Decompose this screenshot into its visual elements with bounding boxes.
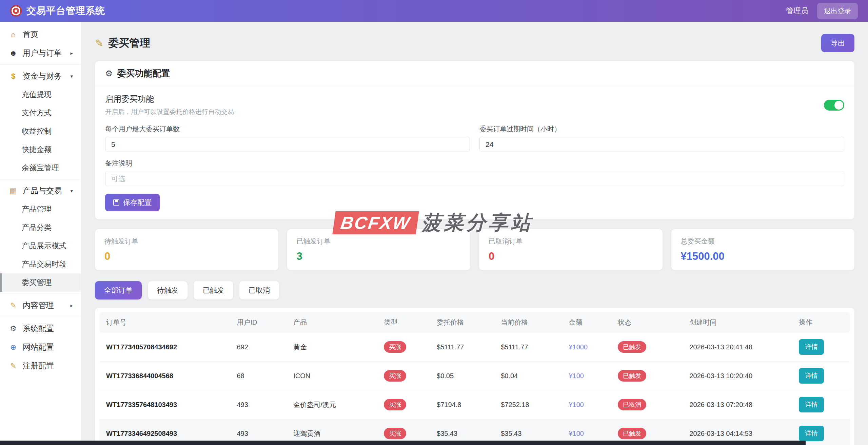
sidebar-item-payment-methods[interactable]: 支付方式 bbox=[0, 104, 81, 122]
stat-value: 3 bbox=[297, 250, 461, 263]
sidebar-item-quick-amounts[interactable]: 快捷金额 bbox=[0, 140, 81, 159]
enable-toggle-texts: 启用委买功能 开启后，用户可以设置委托价格进行自动交易 bbox=[105, 94, 234, 116]
sidebar-divider bbox=[0, 294, 81, 294]
max-orders-field-block: 每个用户最大委买订单数 bbox=[105, 124, 470, 152]
detail-button[interactable]: 详情 bbox=[799, 426, 824, 441]
type-badge: 买涨 bbox=[384, 428, 406, 439]
money-bag-icon: $ bbox=[8, 72, 18, 81]
type-badge: 买涨 bbox=[384, 341, 406, 353]
sidebar-item-users-orders[interactable]: ☻用户与订单▸ bbox=[0, 44, 81, 62]
column-header: 当前价格 bbox=[495, 312, 563, 333]
max-orders-input[interactable] bbox=[105, 137, 470, 152]
sidebar-divider bbox=[0, 179, 81, 179]
logout-button[interactable]: 退出登录 bbox=[817, 3, 858, 19]
sidebar-item-product-management[interactable]: 产品管理 bbox=[0, 200, 81, 218]
created-time-cell: 2026-03-13 07:20:48 bbox=[684, 390, 793, 419]
sidebar-item-product-categories[interactable]: 产品分类 bbox=[0, 218, 81, 237]
config-card-header: ⚙ 委买功能配置 bbox=[95, 61, 854, 86]
enable-toggle-row: 启用委买功能 开启后，用户可以设置委托价格进行自动交易 bbox=[105, 94, 844, 116]
tab-全部订单[interactable]: 全部订单 bbox=[95, 281, 142, 299]
created-time-cell: 2026-03-13 20:41:48 bbox=[684, 333, 793, 362]
sidebar-item-register-config[interactable]: ✎注册配置 bbox=[0, 356, 81, 375]
sidebar-item-label: 注册配置 bbox=[23, 361, 54, 371]
chevron-down-icon: ▾ bbox=[70, 188, 73, 194]
users-icon: ☻ bbox=[8, 49, 18, 58]
enable-toggle-description: 开启后，用户可以设置委托价格进行自动交易 bbox=[105, 108, 234, 116]
orders-table: 订单号用户ID产品类型委托价格当前价格金额状态创建时间操作 WT17734057… bbox=[99, 312, 850, 445]
config-card-body: 启用委买功能 开启后，用户可以设置委托价格进行自动交易 每个用户最大委买订单数 … bbox=[95, 86, 854, 219]
enable-toggle-label: 启用委买功能 bbox=[105, 94, 234, 104]
sidebar-item-recharge-withdraw[interactable]: 充值提现 bbox=[0, 85, 81, 104]
remark-field-block: 备注说明 bbox=[105, 159, 844, 186]
sidebar-divider bbox=[0, 64, 81, 65]
stat-label: 待触发订单 bbox=[104, 237, 269, 246]
brand: 交易平台管理系统 bbox=[10, 4, 105, 17]
detail-button[interactable]: 详情 bbox=[799, 368, 824, 384]
sidebar-item-home[interactable]: ⌂首页 bbox=[0, 25, 81, 44]
tab-待触发[interactable]: 待触发 bbox=[148, 281, 188, 299]
sidebar-divider bbox=[0, 317, 81, 317]
sidebar-item-label: 网站配置 bbox=[23, 342, 54, 352]
status-cell: 已触发 bbox=[612, 362, 684, 390]
tab-已取消[interactable]: 已取消 bbox=[239, 281, 279, 299]
sidebar-item-label: 产品分类 bbox=[22, 223, 52, 232]
sidebar-item-label: 产品展示模式 bbox=[22, 241, 66, 250]
entrust-price-cell: $5111.77 bbox=[431, 333, 495, 362]
stat-value: 0 bbox=[104, 250, 269, 263]
chevron-down-icon: ▾ bbox=[70, 73, 73, 79]
save-config-button[interactable]: 保存配置 bbox=[105, 194, 160, 211]
admin-name: 管理员 bbox=[786, 6, 808, 16]
brand-title: 交易平台管理系统 bbox=[26, 4, 105, 17]
sidebar-item-content-management[interactable]: ✎内容管理▸ bbox=[0, 296, 81, 315]
detail-button[interactable]: 详情 bbox=[799, 397, 824, 412]
column-header: 产品 bbox=[288, 312, 378, 333]
detail-button[interactable]: 详情 bbox=[799, 339, 824, 355]
sidebar-item-label: 产品管理 bbox=[22, 205, 52, 213]
column-header: 创建时间 bbox=[684, 312, 793, 333]
sidebar-item-funds-finance[interactable]: $资金与财务▾ bbox=[0, 67, 81, 85]
sidebar-item-label: 快捷金额 bbox=[22, 145, 52, 154]
export-button[interactable]: 导出 bbox=[821, 34, 854, 52]
user-id-cell: 68 bbox=[231, 362, 288, 390]
order-number-cell: WT1773405708434692 bbox=[99, 333, 231, 362]
expire-hours-input[interactable] bbox=[479, 137, 844, 152]
sidebar-item-site-config[interactable]: ⊕网站配置 bbox=[0, 338, 81, 356]
action-cell: 详情 bbox=[793, 333, 850, 362]
current-price-cell: $7252.18 bbox=[495, 390, 563, 419]
gear-icon: ⚙ bbox=[8, 324, 18, 333]
product-cell: 金价盎司/澳元 bbox=[288, 390, 378, 419]
sidebar-item-yuebao-management[interactable]: 余额宝管理 bbox=[0, 159, 81, 177]
sidebar-item-product-trading-hours[interactable]: 产品交易时段 bbox=[0, 255, 81, 273]
column-header: 操作 bbox=[793, 312, 850, 333]
sidebar-item-label: 首页 bbox=[23, 29, 38, 40]
globe-icon: ⊕ bbox=[8, 343, 18, 352]
sidebar-item-product-display-mode[interactable]: 产品展示模式 bbox=[0, 237, 81, 255]
user-id-cell: 692 bbox=[231, 333, 288, 362]
action-cell: 详情 bbox=[793, 362, 850, 390]
sidebar-item-label: 用户与订单 bbox=[23, 48, 62, 58]
page-title: ✎ 委买管理 bbox=[95, 36, 150, 50]
created-time-cell: 2026-03-13 10:20:40 bbox=[684, 362, 793, 390]
column-header: 委托价格 bbox=[431, 312, 495, 333]
stat-card: 总委买金额¥1500.00 bbox=[671, 229, 855, 270]
tab-已触发[interactable]: 已触发 bbox=[194, 281, 233, 299]
sidebar-item-label: 内容管理 bbox=[23, 300, 54, 311]
column-header: 金额 bbox=[563, 312, 612, 333]
enable-entrust-toggle[interactable] bbox=[824, 100, 844, 111]
sidebar-item-products-trading[interactable]: ▦产品与交易▾ bbox=[0, 181, 81, 200]
stat-label: 已触发订单 bbox=[297, 237, 461, 246]
stat-label: 已取消订单 bbox=[489, 237, 653, 246]
memo-icon: ✎ bbox=[8, 362, 18, 370]
sidebar-item-system-config[interactable]: ⚙系统配置 bbox=[0, 319, 81, 338]
status-badge: 已取消 bbox=[618, 399, 646, 410]
sidebar-item-entrust-buy[interactable]: 委买管理 bbox=[0, 273, 81, 292]
remark-input[interactable] bbox=[105, 171, 844, 186]
top-header: 交易平台管理系统 管理员 退出登录 bbox=[0, 0, 868, 22]
column-header: 类型 bbox=[378, 312, 431, 333]
type-badge: 买涨 bbox=[384, 370, 406, 382]
sidebar-item-profit-control[interactable]: 收益控制 bbox=[0, 122, 81, 140]
memo-icon: ✎ bbox=[8, 301, 18, 310]
target-icon bbox=[10, 5, 22, 17]
config-card-title: 委买功能配置 bbox=[117, 67, 170, 79]
table-row: WT17733684400456868ICON买涨$0.05$0.04¥100已… bbox=[99, 362, 850, 390]
